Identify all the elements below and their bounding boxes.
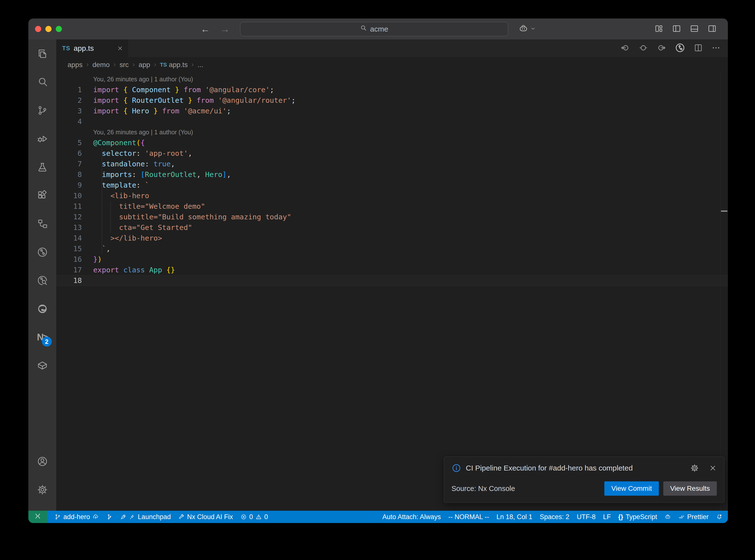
plug-icon xyxy=(129,514,135,520)
chevron-down-icon xyxy=(530,26,536,32)
activity-bar-item-nx[interactable]: N>2 xyxy=(34,328,51,346)
toggle-panel-icon[interactable] xyxy=(690,24,699,35)
navigate-back-icon[interactable]: ← xyxy=(200,24,210,34)
layout-panel-icon xyxy=(690,24,699,34)
line-number: 7 xyxy=(56,159,82,169)
cloud-upload-icon xyxy=(93,514,99,520)
status-bar-item-indentation[interactable]: Spaces: 2 xyxy=(540,513,569,521)
code-text: export class App {} xyxy=(93,265,175,275)
code-line-13[interactable]: 13 cta="Get Started" xyxy=(56,222,728,233)
status-bar-item-prettier[interactable]: Prettier xyxy=(678,513,709,521)
activity-bar-item-container[interactable] xyxy=(34,357,51,374)
status-bar-item-auto-attach[interactable]: Auto Attach: Always xyxy=(382,513,441,521)
code-line-10[interactable]: 10 <lib-hero xyxy=(56,191,728,201)
debug-icon xyxy=(37,133,48,144)
status-bar-item-encoding[interactable]: UTF-8 xyxy=(577,513,596,521)
code-line-6[interactable]: 6 selector: 'app-root', xyxy=(56,148,728,159)
breadcrumb-tail[interactable]: ... xyxy=(198,61,203,69)
activity-bar-item-account[interactable] xyxy=(34,453,51,470)
status-bar-item-notifications[interactable] xyxy=(716,514,722,520)
activity-bar-item-extensions[interactable] xyxy=(34,186,51,204)
title-bar: ← → acme xyxy=(28,19,728,39)
activity-bar-item-debug[interactable] xyxy=(34,130,51,148)
commit-graph-icon[interactable] xyxy=(675,42,686,54)
code-editor[interactable]: You, 26 minutes ago | 1 author (You)1imp… xyxy=(56,73,728,511)
zoom-window-button[interactable] xyxy=(56,26,62,32)
activity-bar-item-references[interactable] xyxy=(34,215,51,233)
next-change-icon[interactable] xyxy=(656,43,667,54)
view-results-button[interactable]: View Results xyxy=(663,481,717,496)
status-text: 0 xyxy=(264,513,268,521)
status-bar-item-copilot[interactable] xyxy=(664,514,671,520)
code-line-1[interactable]: 1import { Component } from '@angular/cor… xyxy=(56,84,728,95)
code-line-11[interactable]: 11 title="Welcmoe demo" xyxy=(56,201,728,212)
overview-ruler[interactable] xyxy=(720,73,728,511)
breadcrumb-item-file[interactable]: app.ts xyxy=(169,61,187,69)
status-bar-item-problems[interactable]: 00 xyxy=(240,513,268,521)
notification-settings-icon[interactable] xyxy=(690,464,699,473)
command-center-search[interactable]: acme xyxy=(240,22,508,36)
close-window-button[interactable] xyxy=(35,26,41,32)
code-line-9[interactable]: 9 template: ` xyxy=(56,180,728,191)
layout-sidebar-right-icon xyxy=(707,24,717,34)
breadcrumb-item-demo[interactable]: demo xyxy=(93,61,110,69)
toggle-secondary-sidebar-icon[interactable] xyxy=(707,24,717,35)
breadcrumb-item-apps[interactable]: apps xyxy=(67,61,83,69)
references-icon xyxy=(37,218,48,229)
status-bar-item-nx-cloud-ai-fix[interactable]: Nx Cloud AI Fix xyxy=(178,513,233,521)
activity-bar-item-gitlens-search[interactable] xyxy=(34,272,51,289)
code-line-17[interactable]: 17export class App {} xyxy=(56,265,728,275)
code-text: ></lib-hero> xyxy=(93,233,162,243)
activity-bar-item-source-control[interactable] xyxy=(34,102,51,119)
code-line-12[interactable]: 12 subtitle="Build something amazing tod… xyxy=(56,212,728,222)
navigate-forward-icon[interactable]: → xyxy=(220,24,230,34)
code-line-15[interactable]: 15 `, xyxy=(56,243,728,254)
notification-close-icon[interactable] xyxy=(709,464,717,472)
code-line-4[interactable]: 4 xyxy=(56,116,728,127)
status-bar-item-git-graph[interactable] xyxy=(106,514,113,520)
more-actions-icon[interactable] xyxy=(711,43,721,54)
code-line-7[interactable]: 7 standalone: true, xyxy=(56,159,728,169)
activity-bar-item-edge[interactable] xyxy=(34,300,51,318)
code-line-2[interactable]: 2import { RouterOutlet } from '@angular/… xyxy=(56,95,728,106)
search-input[interactable]: acme xyxy=(370,25,388,33)
minimize-window-button[interactable] xyxy=(45,26,52,32)
activity-bar-item-files[interactable] xyxy=(34,45,51,63)
customize-layout-icon[interactable] xyxy=(654,24,664,35)
change-icon xyxy=(638,43,649,53)
code-line-5[interactable]: 5@Component({ xyxy=(56,138,728,148)
code-line-8[interactable]: 8 imports: [RouterOutlet, Hero], xyxy=(56,169,728,180)
breadcrumb: appsdemosrcappTSapp.ts... xyxy=(56,57,728,73)
line-number: 18 xyxy=(56,275,82,286)
status-text: LF xyxy=(603,513,611,521)
remote-indicator[interactable] xyxy=(28,511,47,523)
activity-bar-item-beaker[interactable] xyxy=(34,158,51,176)
blame-annotation-row[interactable]: You, 26 minutes ago | 1 author (You) xyxy=(56,74,728,84)
status-bar-item-cursor-position[interactable]: Ln 18, Col 1 xyxy=(496,513,532,521)
copilot-menu[interactable] xyxy=(518,24,536,35)
status-bar-item-eol[interactable]: LF xyxy=(603,513,611,521)
blame-annotation-row[interactable]: You, 26 minutes ago | 1 author (You) xyxy=(56,127,728,138)
code-line-16[interactable]: 16}) xyxy=(56,254,728,265)
status-bar-item-launchpad[interactable]: Launchpad xyxy=(120,513,171,521)
close-tab-icon[interactable] xyxy=(117,45,123,52)
toggle-primary-sidebar-icon[interactable] xyxy=(672,24,681,35)
code-line-14[interactable]: 14 ></lib-hero> xyxy=(56,233,728,243)
split-editor-icon[interactable] xyxy=(693,43,703,54)
activity-bar-item-gitlens[interactable] xyxy=(34,243,51,261)
activity-bar-item-search[interactable] xyxy=(34,73,51,91)
tab-app-ts[interactable]: TS app.ts xyxy=(56,39,128,57)
open-changes-icon[interactable] xyxy=(638,43,649,54)
status-bar-item-vim-mode[interactable]: -- NORMAL -- xyxy=(448,513,489,521)
status-bar-item-language[interactable]: {}TypeScript xyxy=(618,513,657,521)
view-commit-button[interactable]: View Commit xyxy=(604,481,659,496)
breadcrumb-item-app[interactable]: app xyxy=(139,61,150,69)
code-line-3[interactable]: 3import { Hero } from '@acme/ui'; xyxy=(56,106,728,116)
activity-bar-item-gear[interactable] xyxy=(34,481,51,499)
notification-title: CI Pipeline Execution for #add-hero has … xyxy=(466,464,686,472)
previous-change-icon[interactable] xyxy=(620,43,630,54)
code-line-18[interactable]: 18 xyxy=(56,275,728,286)
status-bar-item-branch[interactable]: add-hero xyxy=(55,513,99,521)
breadcrumb-item-src[interactable]: src xyxy=(120,61,129,69)
git-graph-icon xyxy=(106,514,113,520)
